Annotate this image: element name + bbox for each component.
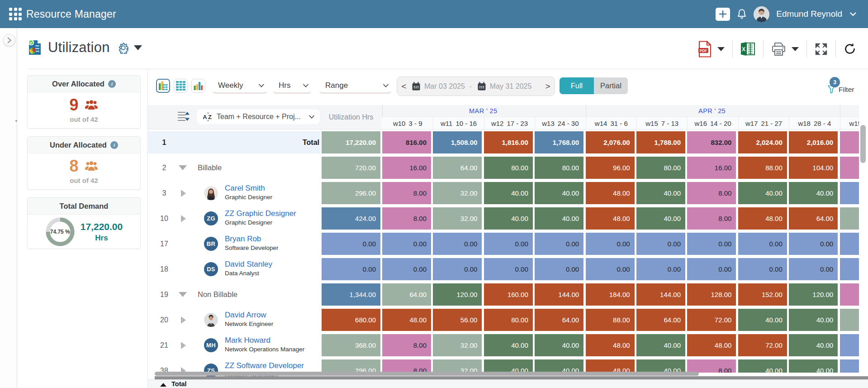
info-icon[interactable]: i [110,141,118,149]
week-value-cell[interactable]: 144.00 [636,283,685,306]
week-value-cell[interactable]: 32.00 [433,334,482,356]
week-value-cell[interactable]: 48.00 [586,334,635,356]
week-value-cell[interactable]: 64.00 [535,309,583,331]
week-value-cell[interactable]: 40.00 [484,182,533,204]
expand-panel-button[interactable] [3,34,15,46]
week-value-cell[interactable]: 0.00 [687,258,736,280]
user-menu-chevron-icon[interactable] [850,12,856,16]
week-value-cell[interactable]: 40.00 [636,334,685,356]
week-value-cell[interactable]: 64.00 [789,207,838,230]
week-value-cell[interactable] [840,182,859,204]
week-value-cell[interactable]: 40.00 [636,207,685,230]
add-button[interactable] [716,8,730,21]
week-value-cell[interactable]: 40.00 [484,207,533,230]
week-value-cell[interactable]: 80.00 [484,157,533,179]
expand-resource-caret[interactable] [181,215,186,222]
week-value-cell[interactable]: 72.00 [687,309,736,331]
collapse-footer-icon[interactable] [160,383,166,387]
utilization-hrs-cell[interactable]: 424.00 [322,207,380,230]
apps-grid-icon[interactable] [9,8,22,20]
week-value-cell[interactable]: 8.00 [382,334,431,356]
user-name[interactable]: Edmund Reynold [776,9,842,19]
week-value-cell[interactable]: 64.00 [382,283,431,306]
utilization-hrs-cell[interactable]: 0.00 [322,233,380,255]
week-value-cell[interactable]: 1,768.00 [535,131,583,153]
date-from[interactable]: Mar 03 2025 [424,82,465,91]
week-value-cell[interactable]: 1,508.00 [433,131,482,153]
week-value-cell[interactable]: 40.00 [789,182,838,204]
group-order-icon[interactable] [178,111,190,121]
week-value-cell[interactable]: 48.00 [687,334,736,356]
week-value-cell[interactable] [840,233,859,255]
week-value-cell[interactable] [840,131,859,153]
week-value-cell[interactable]: 40.00 [789,334,838,356]
utilization-hrs-cell[interactable]: 720.00 [322,157,380,179]
week-value-cell[interactable] [840,258,859,280]
outer-horizontal-scrollbar[interactable] [155,376,868,379]
notifications-bell-icon[interactable] [736,8,748,20]
week-value-cell[interactable]: 80.00 [636,157,685,179]
resource-name-link[interactable]: David Arrow [225,311,266,320]
week-value-cell[interactable]: 40.00 [535,334,583,356]
report-switch-caret[interactable] [134,45,142,50]
horizontal-scrollbar[interactable] [155,372,699,376]
week-value-cell[interactable] [840,157,859,179]
period-select[interactable]: Weekly [213,78,267,93]
range-select[interactable]: Range [320,78,391,93]
week-value-cell[interactable]: 0.00 [535,258,583,280]
resource-name-link[interactable]: Bryan Rob [225,235,261,244]
week-value-cell[interactable]: 0.00 [382,233,431,255]
expand-resource-caret[interactable] [181,190,186,197]
week-value-cell[interactable] [840,309,859,331]
resource-name-link[interactable]: Mark Howard [225,336,270,345]
week-value-cell[interactable]: 2,024.00 [738,131,787,153]
fullscreen-button[interactable] [815,43,828,56]
utilization-hrs-cell[interactable]: 1,344.00 [322,283,380,306]
next-period-button[interactable]: > [541,81,555,91]
date-to[interactable]: May 31 2025 [490,82,532,91]
prev-period-button[interactable]: < [397,81,411,91]
week-value-cell[interactable] [840,283,859,306]
week-value-cell[interactable]: 40.00 [484,334,533,356]
view-chart-button[interactable] [191,79,205,93]
week-value-cell[interactable]: 0.00 [484,233,533,255]
week-value-cell[interactable]: 0.00 [789,258,838,280]
week-value-cell[interactable] [840,334,859,356]
week-value-cell[interactable]: 80.00 [535,157,583,179]
week-value-cell[interactable]: 104.00 [789,157,838,179]
week-value-cell[interactable]: 32.00 [433,207,482,230]
unit-select[interactable]: Hrs [273,78,311,93]
week-value-cell[interactable]: 40.00 [535,207,583,230]
week-value-cell[interactable]: 0.00 [484,258,533,280]
user-avatar[interactable] [754,6,769,22]
week-value-cell[interactable]: 8.00 [687,182,736,204]
week-value-cell[interactable]: 2,076.00 [586,131,635,153]
utilization-hrs-cell[interactable]: 0.00 [322,258,380,280]
info-icon[interactable]: i [108,80,116,88]
week-value-cell[interactable]: 184.00 [586,283,635,306]
partial-toggle-button[interactable]: Partial [594,77,628,94]
week-value-cell[interactable]: 144.00 [535,283,583,306]
report-settings-gear-icon[interactable] [117,42,129,54]
export-pdf-button[interactable]: PDF [698,41,725,57]
week-value-cell[interactable]: 40.00 [636,182,685,204]
resource-name-link[interactable]: David Stanley [225,260,272,269]
filter-button[interactable]: 3 Filter [827,76,859,96]
week-value-cell[interactable]: 0.00 [738,258,787,280]
week-value-cell[interactable]: 16.00 [687,157,736,179]
week-value-cell[interactable]: 0.00 [687,233,736,255]
week-value-cell[interactable]: 16.00 [382,157,431,179]
vertical-scrollbar[interactable] [860,125,866,163]
week-value-cell[interactable]: 8.00 [382,182,431,204]
week-value-cell[interactable]: 0.00 [433,258,482,280]
resource-name-link[interactable]: ZZ Software Developer [225,361,304,370]
resource-name-link[interactable]: Carel Smith [225,184,265,193]
view-grid-button[interactable] [174,79,188,93]
utilization-hrs-cell[interactable]: 368.00 [322,334,380,356]
expand-resource-caret[interactable] [181,342,186,349]
group-by-select[interactable]: A Z Team + Resource + Proj... [197,109,320,125]
week-value-cell[interactable]: 48.00 [586,207,635,230]
week-value-cell[interactable]: 40.00 [789,309,838,331]
week-value-cell[interactable]: 56.00 [433,309,482,331]
week-value-cell[interactable]: 0.00 [382,258,431,280]
